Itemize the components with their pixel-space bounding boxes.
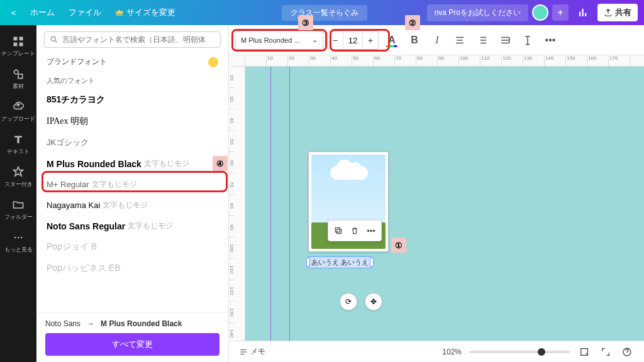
svg-point-12 <box>51 36 55 41</box>
svg-rect-1 <box>582 9 584 16</box>
upload-icon <box>604 8 613 17</box>
resize-handle-left[interactable] <box>306 258 310 266</box>
svg-rect-8 <box>18 74 23 79</box>
align-button[interactable] <box>450 31 469 50</box>
home-button[interactable]: ホーム <box>25 4 60 21</box>
svg-point-10 <box>18 237 19 239</box>
svg-rect-4 <box>19 37 23 41</box>
font-item[interactable]: Popハッピネス EB <box>36 258 228 279</box>
annotation-4: ④ <box>213 156 228 171</box>
font-item[interactable]: IPAex 明朝 <box>36 111 228 132</box>
crown-icon <box>115 8 124 17</box>
delete-button[interactable] <box>347 223 362 238</box>
cloud-sync-icon[interactable] <box>212 10 222 15</box>
font-item[interactable]: 851チカラヨク <box>36 89 228 111</box>
help-button[interactable] <box>620 345 634 359</box>
rail-starred[interactable]: スター付き <box>0 161 36 194</box>
rotate-button[interactable]: ⟳ <box>340 293 357 310</box>
annotation-2: ② <box>405 15 420 30</box>
svg-rect-2 <box>585 13 586 16</box>
svg-rect-15 <box>581 348 588 355</box>
font-search[interactable] <box>44 31 221 48</box>
rail-text[interactable]: テキスト <box>0 128 36 161</box>
font-item[interactable]: Noto Sans Regular文字もじモジ <box>36 216 228 236</box>
popular-fonts-label: 人気のフォント <box>36 72 228 89</box>
font-item[interactable]: JKゴシック <box>36 132 228 153</box>
text-element-selected[interactable]: あいうえ あいうえ <box>308 256 372 268</box>
list-button[interactable] <box>473 31 492 50</box>
document-title[interactable]: クラス一覧そらぐみ <box>282 5 367 21</box>
notes-icon <box>239 348 248 356</box>
bold-button[interactable]: B <box>405 31 424 50</box>
rail-template[interactable]: テンプレート <box>0 30 36 63</box>
duplicate-button[interactable] <box>331 223 346 238</box>
chevron-down-icon: ⌄ <box>312 36 318 44</box>
font-item[interactable]: Popジョイ B <box>36 236 228 258</box>
canvas[interactable]: ••• あいうえ あいうえ ① ⟳ ✥ <box>245 67 644 362</box>
image-element[interactable]: ••• <box>308 151 389 252</box>
font-item[interactable]: M+ Regular文字もじモジ <box>36 174 228 195</box>
zoom-value: 102% <box>442 348 462 356</box>
file-menu[interactable]: ファイル <box>64 4 106 21</box>
rail-upload[interactable]: アップロード <box>0 96 36 128</box>
ruler-horizontal: 1020304050607080901001101201301401501601… <box>245 55 644 67</box>
annotation-1: ① <box>391 238 406 253</box>
annotation-3: ③ <box>298 15 313 30</box>
svg-rect-14 <box>335 228 340 232</box>
context-toolbar: ••• <box>328 220 382 241</box>
zoom-slider[interactable] <box>469 351 570 353</box>
resize-button[interactable]: サイズを変更 <box>110 4 180 21</box>
pro-trial-button[interactable]: nva Proをお試しください <box>427 4 528 21</box>
ruler-vertical: 2030405060708090100110120130140 <box>229 67 245 362</box>
font-family-select[interactable]: M Plus Rounded ... ⌄ <box>235 31 323 50</box>
svg-rect-5 <box>14 43 18 47</box>
svg-rect-3 <box>14 37 18 41</box>
share-button[interactable]: 共有 <box>597 4 638 21</box>
more-button[interactable]: ••• <box>364 223 379 238</box>
crown-icon <box>208 57 218 67</box>
font-size-value[interactable]: 12 <box>343 31 363 49</box>
svg-rect-0 <box>579 12 580 17</box>
grid-view-button[interactable] <box>577 345 591 359</box>
more-options-button[interactable]: ••• <box>541 31 560 50</box>
font-size-increase[interactable]: + <box>363 35 378 45</box>
ruler-corner <box>229 55 245 67</box>
svg-rect-6 <box>19 43 23 47</box>
replace-to: M Plus Rounded Black <box>101 319 182 328</box>
avatar[interactable] <box>532 4 548 21</box>
vertical-text-button[interactable] <box>518 31 537 50</box>
back-button[interactable]: < <box>6 6 21 20</box>
brand-fonts-label: ブランドフォント <box>47 57 107 67</box>
font-search-input[interactable] <box>62 35 215 44</box>
rail-more[interactable]: もっと見る <box>0 226 36 259</box>
font-size-decrease[interactable]: − <box>328 35 343 45</box>
svg-rect-13 <box>337 229 341 234</box>
rail-elements[interactable]: 素材 <box>0 63 36 96</box>
replace-all-button[interactable]: すべて変更 <box>45 333 219 356</box>
insights-button[interactable] <box>572 4 594 21</box>
arrow-icon: → <box>87 319 94 328</box>
guide-line[interactable] <box>289 67 290 362</box>
svg-point-11 <box>21 237 23 239</box>
resize-handle-right[interactable] <box>370 258 374 266</box>
spacing-button[interactable] <box>496 31 514 50</box>
svg-point-7 <box>14 70 18 74</box>
zoom-knob[interactable] <box>538 348 545 356</box>
add-member-button[interactable]: + <box>552 4 569 21</box>
redo-button[interactable] <box>198 10 208 15</box>
text-color-button[interactable]: A <box>382 31 401 50</box>
cloud-shape <box>330 166 368 180</box>
guide-line[interactable] <box>270 67 271 362</box>
move-button[interactable]: ✥ <box>365 293 382 310</box>
undo-button[interactable] <box>184 10 194 15</box>
replace-from: Noto Sans <box>45 319 80 328</box>
search-icon <box>50 35 58 44</box>
italic-button[interactable]: I <box>428 31 447 50</box>
font-item[interactable]: Nagayama Kai文字もじモジ <box>36 195 228 216</box>
notes-button[interactable]: メモ <box>239 346 265 357</box>
svg-point-9 <box>14 237 16 239</box>
rail-folder[interactable]: フォルダー <box>0 194 36 226</box>
font-item-selected[interactable]: M Plus Rounded Black文字もじモジ ✓ <box>36 153 228 174</box>
fullscreen-button[interactable] <box>599 345 613 359</box>
